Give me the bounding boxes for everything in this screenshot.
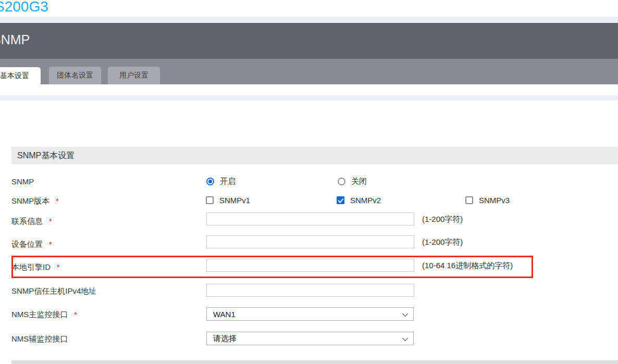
contact-info-label: 联系信息* — [11, 217, 52, 227]
snmpv1-label: SNMPv1 — [219, 196, 250, 205]
nms-secondary-select[interactable]: 请选择 — [206, 332, 414, 345]
nms-primary-select[interactable]: WAN1 — [206, 307, 414, 321]
snmpv3-label: SNMPv3 — [479, 196, 510, 205]
tab-community-settings-label: 团体名设置 — [57, 71, 93, 80]
chevron-down-icon — [402, 311, 408, 317]
device-location-input[interactable] — [206, 235, 414, 248]
snmpv1-option[interactable]: SNMPv1 — [206, 196, 250, 205]
snmp-enable-option[interactable]: 开启 — [206, 177, 236, 186]
required-asterisk: * — [57, 263, 59, 271]
required-asterisk: * — [56, 197, 58, 205]
tab-bar: 基本设置 团体名设置 用户设置 — [0, 59, 618, 84]
radio-disabled-icon[interactable] — [338, 178, 345, 185]
section-header: SNMP基本设置 — [11, 147, 618, 164]
trusted-host-input[interactable] — [206, 284, 414, 297]
checkbox-snmpv1-icon[interactable] — [206, 196, 214, 204]
snmp-settings-page: S200G3 SNMP 基本设置 团体名设置 用户设置 SNMP基本设置 SNM… — [0, 0, 618, 364]
snmpv2-option[interactable]: SNMPv2 — [337, 196, 381, 205]
nms-secondary-selected-value: 请选择 — [207, 334, 237, 344]
checkbox-snmpv2-icon[interactable] — [337, 196, 344, 204]
tab-basic-settings-label: 基本设置 — [0, 71, 29, 81]
snmp-disable-label: 关闭 — [351, 177, 367, 186]
snmp-version-label: SNMP版本* — [11, 196, 59, 206]
tab-basic-settings[interactable]: 基本设置 — [0, 67, 41, 84]
engine-id-hint: (10-64 16进制格式的字符) — [422, 261, 513, 271]
nms-primary-selected-value: WAN1 — [207, 310, 236, 319]
page-title: SNMP — [0, 32, 30, 47]
contact-info-hint: (1-200字符) — [422, 215, 463, 224]
snmp-enable-label: 开启 — [220, 177, 236, 186]
snmpv2-label: SNMPv2 — [350, 196, 381, 205]
tab-community-settings[interactable]: 团体名设置 — [49, 67, 101, 84]
radio-enabled-icon[interactable] — [206, 178, 214, 185]
chevron-down-icon — [402, 335, 408, 341]
snmp-disable-option[interactable]: 关闭 — [338, 177, 367, 186]
checkbox-snmpv3-icon[interactable] — [465, 196, 473, 204]
device-model-title: S200G3 — [0, 0, 48, 15]
contact-info-input[interactable] — [206, 212, 414, 225]
tab-user-settings[interactable]: 用户设置 — [108, 67, 160, 84]
required-asterisk: * — [74, 310, 77, 319]
engine-id-input[interactable] — [206, 259, 414, 272]
engine-id-label: 本地引擎ID* — [11, 262, 59, 272]
nms-secondary-label: NMS辅监控接口 — [11, 334, 68, 344]
top-divider-strip — [0, 17, 618, 23]
snmp-label: SNMP — [11, 177, 34, 186]
content-divider-strip — [0, 95, 618, 101]
nms-primary-label: NMS主监控接口* — [11, 310, 77, 320]
section-title: SNMP基本设置 — [17, 151, 75, 160]
required-asterisk: * — [49, 217, 52, 225]
snmpv3-option[interactable]: SNMPv3 — [465, 196, 510, 205]
required-asterisk: * — [49, 240, 52, 248]
next-section-band — [11, 360, 618, 364]
page-header: SNMP — [0, 23, 618, 59]
trusted-host-label: SNMP信任主机IPv4地址 — [11, 286, 96, 296]
tab-user-settings-label: 用户设置 — [119, 71, 149, 80]
device-location-hint: (1-200字符) — [422, 237, 463, 247]
device-location-label: 设备位置* — [11, 240, 52, 249]
